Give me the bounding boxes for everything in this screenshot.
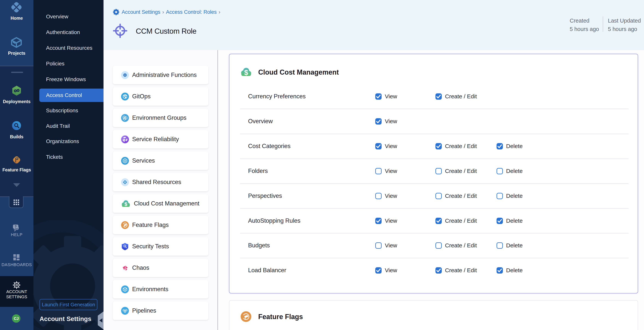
- svg-text:?: ?: [15, 225, 16, 228]
- svg-text:$: $: [124, 201, 128, 207]
- svg-text:$: $: [244, 69, 248, 76]
